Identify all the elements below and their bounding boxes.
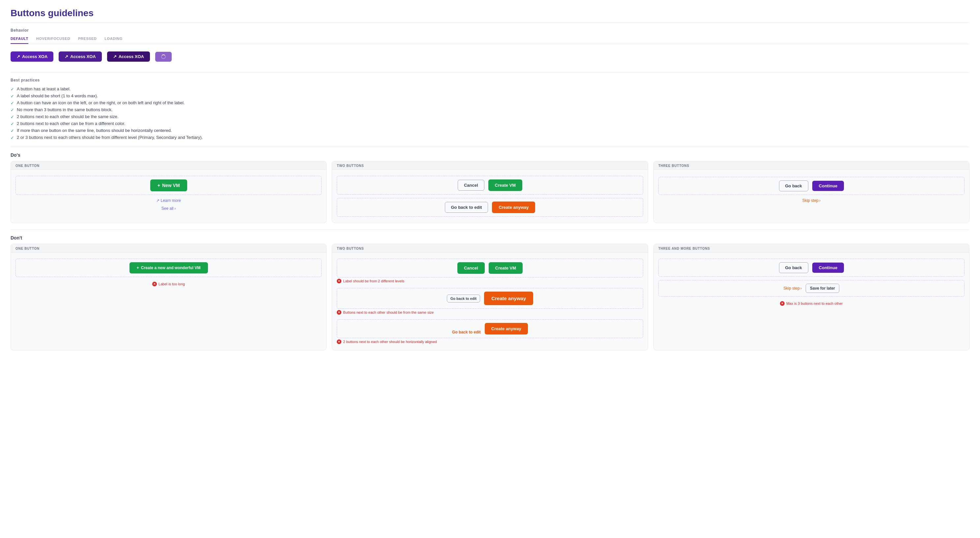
go-back-edit-small[interactable]: Go back to edit [447, 295, 480, 302]
donts-two-buttons-header: TWO BUTTONS [332, 244, 648, 253]
donts-three-row2: Skip step › Save for later [659, 280, 964, 297]
list-item: ✓2 buttons next to each other should be … [11, 114, 969, 120]
new-vm-button[interactable]: + New VM [150, 179, 187, 191]
dont-two-row2-wrapper: Go back to edit Create anyway ✕ Buttons … [337, 288, 643, 314]
error-icon: ✕ [337, 279, 341, 283]
cancel-dont[interactable]: Cancel [457, 262, 485, 274]
error-icon: ✕ [780, 301, 784, 306]
access-xoa-hover[interactable]: ↗ Access XOA [59, 51, 102, 62]
dos-two-buttons-header: TWO BUTTONS [332, 161, 648, 170]
plus-icon: + [158, 183, 160, 188]
donts-one-dashed: + Create a new and wonderful VM [16, 259, 321, 277]
tab-default[interactable]: DEFAULT [11, 37, 28, 44]
dos-two-row1: Cancel Create VM [337, 176, 643, 195]
error-different-levels: ✕ Label should be from 2 different level… [337, 279, 643, 283]
dos-two-row2: Go back to edit Create anyway [337, 198, 643, 217]
check-icon: ✓ [11, 87, 14, 92]
donts-title: Don't [11, 235, 969, 241]
page-title: Buttons guidelines [11, 8, 969, 19]
check-icon: ✓ [11, 135, 14, 140]
learn-more-link[interactable]: ↗ Learn more [156, 198, 181, 203]
error-icon: ✕ [337, 310, 341, 314]
dos-one-button-card: ONE BUTTON + New VM ↗ Learn more See all… [11, 161, 326, 223]
external-link-icon: ↗ [16, 54, 20, 59]
dont-two-row3-wrapper: Go back to edit Create anyway ✕ 2 button… [337, 319, 643, 344]
dont-two-row3: Go back to edit Create anyway [337, 319, 643, 338]
best-practices-section: Best practices ✓A button has at least a … [11, 78, 969, 140]
see-all-link[interactable]: See all › [161, 206, 176, 211]
plus-icon-dont: + [137, 265, 139, 270]
dos-two-buttons-card: TWO BUTTONS Cancel Create VM Go back to … [332, 161, 648, 223]
error-icon: ✕ [152, 282, 157, 286]
error-horizontally-aligned: ✕ 2 buttons next to each other should be… [337, 339, 643, 344]
access-xoa-pressed[interactable]: ↗ Access XOA [107, 51, 150, 62]
check-icon: ✓ [11, 121, 14, 126]
check-icon: ✓ [11, 128, 14, 133]
skip-step-row: Skip step › [802, 198, 821, 203]
continue-dont[interactable]: Continue [812, 263, 844, 273]
link-icon: ↗ [156, 198, 159, 203]
dos-three-row1: Go back Continue [659, 177, 964, 195]
access-xoa-default[interactable]: ↗ Access XOA [11, 51, 53, 62]
error-label-too-long: ✕ Label is too long [152, 282, 185, 286]
create-vm-button-do[interactable]: Create VM [488, 179, 523, 191]
go-back-edit-link-dont[interactable]: Go back to edit [452, 330, 481, 334]
donts-two-buttons-card: TWO BUTTONS Cancel Create VM ✕ Label sho… [332, 244, 648, 350]
list-item: ✓2 buttons next to each other can be fro… [11, 121, 969, 126]
go-back-button-do[interactable]: Go back [779, 180, 808, 191]
donts-three-more-card: THREE AND MORE BUTTONS Go back Continue … [654, 244, 969, 350]
dont-two-row1: Cancel Create VM [337, 259, 643, 278]
dos-section: Do's ONE BUTTON + New VM ↗ Learn more Se… [11, 152, 969, 223]
external-link-icon-pressed: ↗ [113, 54, 117, 59]
skip-step-dont[interactable]: Skip step › [784, 286, 802, 291]
create-vm-dont[interactable]: Create VM [489, 262, 523, 274]
create-anyway-large[interactable]: Create anyway [484, 292, 533, 305]
continue-button-do[interactable]: Continue [812, 181, 844, 191]
tab-pressed[interactable]: PRESSED [78, 37, 97, 44]
dos-one-button-body: + New VM ↗ Learn more See all › [11, 170, 326, 217]
donts-two-buttons-body: Cancel Create VM ✕ Label should be from … [332, 253, 648, 350]
donts-section: Don't ONE BUTTON + Create a new and wond… [11, 235, 969, 350]
dos-three-buttons-card: THREE BUTTONS Go back Continue Skip step… [654, 161, 969, 223]
create-new-vm-button-dont[interactable]: + Create a new and wonderful VM [129, 262, 208, 273]
donts-cards-row: ONE BUTTON + Create a new and wonderful … [11, 244, 969, 350]
check-icon: ✓ [11, 94, 14, 99]
behavior-button-row: ↗ Access XOA ↗ Access XOA ↗ Access XOA [11, 49, 969, 65]
go-back-dont[interactable]: Go back [779, 262, 808, 273]
save-for-later-dont[interactable]: Save for later [806, 284, 839, 293]
donts-one-button-body: + Create a new and wonderful VM ✕ Label … [11, 253, 326, 292]
dos-title: Do's [11, 152, 969, 158]
error-same-size: ✕ Buttons next to each other should be f… [337, 310, 643, 314]
best-practices-list: ✓A button has at least a label. ✓A label… [11, 86, 969, 140]
go-back-edit-button-do[interactable]: Go back to edit [445, 202, 488, 213]
donts-three-more-header: THREE AND MORE BUTTONS [654, 244, 969, 253]
cancel-button-do[interactable]: Cancel [458, 180, 484, 191]
dos-three-buttons-body: Go back Continue Skip step › [654, 170, 969, 209]
dont-two-row2: Go back to edit Create anyway [337, 288, 643, 309]
dos-one-button-header: ONE BUTTON [11, 161, 326, 170]
list-item: ✓A label should be short (1 to 4 words m… [11, 93, 969, 99]
dos-cards-row: ONE BUTTON + New VM ↗ Learn more See all… [11, 161, 969, 223]
check-icon: ✓ [11, 101, 14, 105]
check-icon: ✓ [11, 115, 14, 120]
chevron-right-icon: › [819, 198, 821, 203]
behavior-tabs: DEFAULT HOVER/FOCUSED PRESSED LOADING [11, 37, 969, 44]
list-item: ✓A button has at least a label. [11, 86, 969, 92]
list-item: ✓A button can have an icon on the left, … [11, 100, 969, 105]
create-anyway-dont-row3[interactable]: Create anyway [485, 323, 528, 334]
donts-one-button-header: ONE BUTTON [11, 244, 326, 253]
dos-three-buttons-header: THREE BUTTONS [654, 161, 969, 170]
list-item: ✓2 or 3 buttons next to each others shou… [11, 135, 969, 140]
error-icon: ✕ [337, 339, 341, 344]
create-anyway-button-do[interactable]: Create anyway [492, 201, 535, 213]
behavior-label: Behavior [11, 28, 969, 33]
dos-two-buttons-body: Cancel Create VM Go back to edit Create … [332, 170, 648, 223]
error-max-buttons: ✕ Max is 3 buttons next to each other [780, 301, 843, 306]
tab-hover[interactable]: HOVER/FOCUSED [36, 37, 70, 44]
donts-three-more-body: Go back Continue Skip step › Save for la… [654, 253, 969, 312]
tab-loading[interactable]: LOADING [105, 37, 123, 44]
best-practices-title: Best practices [11, 78, 969, 83]
dos-one-button-dashed: + New VM [16, 176, 321, 195]
donts-three-row1: Go back Continue [659, 259, 964, 277]
skip-step-link-do[interactable]: Skip step › [802, 198, 821, 203]
